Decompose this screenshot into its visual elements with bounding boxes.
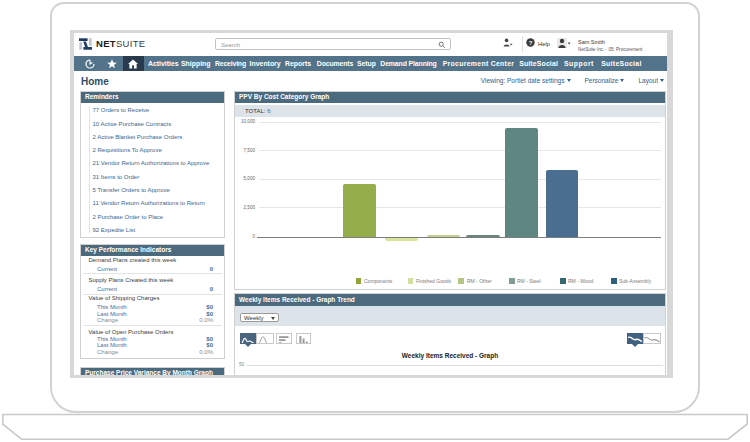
svg-text:?: ? [529, 40, 533, 46]
